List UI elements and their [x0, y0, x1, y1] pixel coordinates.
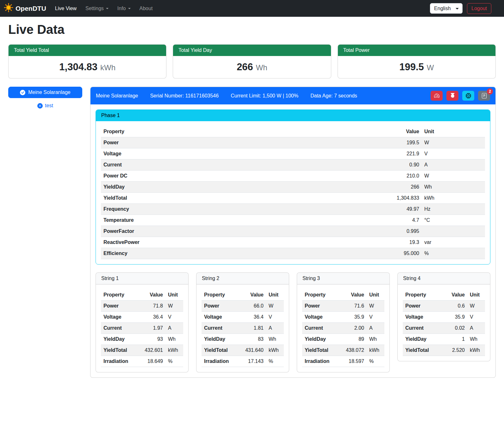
- strings-grid: String 1 Property Value Unit: [96, 272, 490, 372]
- unit-cell: %: [367, 356, 384, 367]
- unit-cell: V: [467, 312, 485, 323]
- column-header-value: Value: [441, 290, 467, 301]
- property-cell: YieldDay: [101, 182, 381, 193]
- inverter-select-test-button[interactable]: test: [8, 101, 82, 110]
- table-header-row: Property Value Unit: [101, 290, 183, 301]
- event-log-button[interactable]: 2: [478, 91, 490, 101]
- value-cell: 266: [381, 182, 422, 193]
- unit-cell: A: [422, 159, 485, 171]
- unit-cell: V: [367, 312, 384, 323]
- nav-item-about[interactable]: About: [135, 3, 157, 14]
- value-cell: 432.601: [139, 345, 165, 356]
- inverter-select-active-button[interactable]: Meine Solaranlage: [8, 87, 82, 98]
- brand-link[interactable]: OpenDTU: [4, 3, 46, 14]
- value-cell: 1.97: [139, 323, 165, 334]
- logout-button[interactable]: Logout: [467, 3, 491, 14]
- unit-cell: kWh: [165, 345, 183, 356]
- property-cell: Current: [403, 323, 441, 334]
- table-row: YieldTotal 432.601 kWh: [101, 345, 183, 356]
- nav-item-label: Live View: [55, 6, 77, 11]
- table-row: Voltage 36.4 V: [101, 312, 183, 323]
- unit-cell: [422, 226, 485, 237]
- table-row: Power DC 210.0 W: [101, 171, 485, 182]
- column-header-value: Value: [381, 126, 422, 137]
- string-title: String 1: [96, 273, 188, 284]
- unit-cell: Hz: [422, 204, 485, 215]
- property-cell: YieldTotal: [101, 193, 381, 204]
- main-layout: Meine Solaranlage test Meine Solaranlage…: [8, 87, 496, 378]
- table-row: YieldDay 93 Wh: [101, 334, 183, 345]
- table-row: Temperature 4.7 °C: [101, 215, 485, 226]
- string-body: Property Value Unit Power: [196, 284, 289, 372]
- value-cell: 1,304.833: [381, 193, 422, 204]
- table-header-row: Property Value Unit: [202, 290, 284, 301]
- string-card-2: String 2 Property Value Unit: [196, 272, 289, 372]
- value-cell: 0.90: [381, 159, 422, 171]
- table-header-row: Property Value Unit: [403, 290, 485, 301]
- sun-logo-icon: [4, 3, 13, 14]
- value-cell: 49.97: [381, 204, 422, 215]
- inverter-action-buttons: 2: [431, 91, 490, 101]
- property-cell: Voltage: [302, 312, 340, 323]
- value-cell: 4.7: [381, 215, 422, 226]
- device-info-button[interactable]: [462, 91, 474, 101]
- string-card-3: String 3 Property Value Unit: [297, 272, 390, 372]
- value-cell: 210.0: [381, 171, 422, 182]
- phase-table-body: Power 199.5 W Voltage 221.9 V: [101, 137, 485, 259]
- property-cell: Power DC: [101, 171, 381, 182]
- summary-card-body: 199.5W: [338, 56, 495, 78]
- property-cell: YieldTotal: [101, 345, 139, 356]
- summary-value: 1,304.83: [59, 61, 97, 72]
- nav-item-live-view[interactable]: Live View: [51, 3, 81, 14]
- property-cell: Efficiency: [101, 248, 381, 259]
- unit-cell: V: [266, 312, 284, 323]
- unit-cell: A: [367, 323, 384, 334]
- string-table-body: Power 71.6 W Voltage 35.9 V: [302, 301, 384, 367]
- unit-cell: V: [165, 312, 183, 323]
- inverter-sidebar: Meine Solaranlage test: [8, 87, 82, 110]
- value-cell: 221.9: [381, 148, 422, 159]
- column-header-value: Value: [340, 290, 367, 301]
- table-header-row: Property Value Unit: [302, 290, 384, 301]
- property-cell: YieldDay: [403, 334, 441, 345]
- nav-item-settings[interactable]: Settings: [81, 3, 113, 14]
- table-row: Current 2.00 A: [302, 323, 384, 334]
- brand-name: OpenDTU: [16, 5, 46, 12]
- property-cell: Voltage: [403, 312, 441, 323]
- nav-item-info[interactable]: Info: [113, 3, 135, 14]
- summary-card-title: Total Power: [338, 45, 495, 56]
- table-row: YieldTotal 438.072 kWh: [302, 345, 384, 356]
- column-header-unit: Unit: [367, 290, 384, 301]
- table-row: YieldTotal 1,304.833 kWh: [101, 193, 485, 204]
- table-row: YieldTotal 431.640 kWh: [202, 345, 284, 356]
- check-circle-icon: [20, 90, 25, 95]
- string-table: Property Value Unit Power: [302, 290, 384, 367]
- table-row: Voltage 35.9 V: [403, 312, 485, 323]
- table-row: YieldDay 266 Wh: [101, 182, 485, 193]
- limit-settings-button[interactable]: [431, 91, 443, 101]
- unit-cell: V: [422, 148, 485, 159]
- inverter-card-body: Phase 1 Property Value Unit: [90, 104, 495, 377]
- property-cell: Power: [101, 137, 381, 148]
- unit-cell: W: [422, 137, 485, 148]
- table-row: YieldDay 89 Wh: [302, 334, 384, 345]
- phase-body: Property Value Unit Power: [96, 121, 490, 264]
- unit-cell: W: [266, 301, 284, 312]
- speedometer-icon: [434, 93, 439, 98]
- value-cell: 18.597: [340, 356, 367, 367]
- property-cell: YieldDay: [302, 334, 340, 345]
- column-header-property: Property: [202, 290, 240, 301]
- column-header-unit: Unit: [467, 290, 485, 301]
- value-cell: 36.4: [139, 312, 165, 323]
- unit-cell: W: [367, 301, 384, 312]
- power-toggle-button[interactable]: [446, 91, 458, 101]
- property-cell: Voltage: [202, 312, 240, 323]
- column-header-unit: Unit: [266, 290, 284, 301]
- inverter-serial: Serial Number: 116171603546: [150, 93, 219, 99]
- top-navbar: OpenDTU Live View Settings Info About En…: [0, 0, 504, 17]
- property-cell: ReactivePower: [101, 237, 381, 248]
- property-cell: Current: [101, 159, 381, 171]
- property-cell: Power: [202, 301, 240, 312]
- language-select[interactable]: English: [430, 3, 463, 14]
- table-row: Current 0.02 A: [403, 323, 485, 334]
